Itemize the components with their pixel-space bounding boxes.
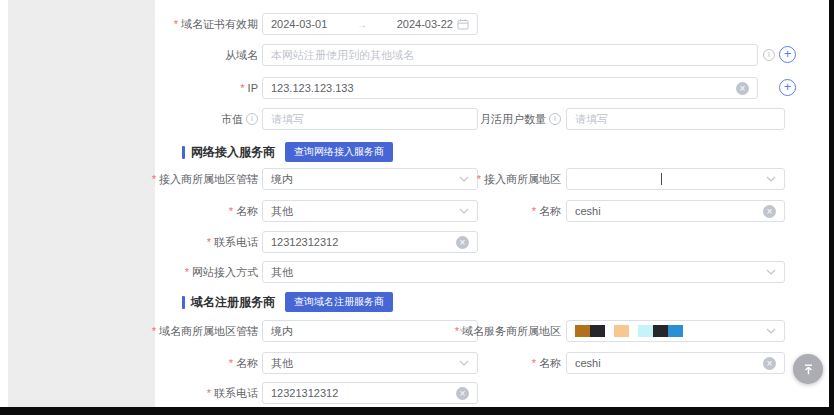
clear-icon[interactable]: × [456, 387, 469, 400]
from-domain-info-icon: i [763, 49, 775, 61]
access-phone-input[interactable]: 12312312312 × [262, 231, 478, 253]
query-registrar-button[interactable]: 查询域名注册服务商 [285, 292, 393, 312]
text-caret [661, 173, 662, 185]
from-domain-input[interactable]: 本网站注册使用到的其他域名 [262, 44, 758, 66]
required-marker: * [152, 173, 156, 185]
start-date-value: 2024-03-01 [271, 18, 327, 30]
cert-validity-label: * 域名证书有效期 [98, 13, 258, 35]
add-ip-button[interactable]: + [779, 79, 796, 96]
cert-validity-date-range[interactable]: 2024-03-01 → 2024-03-22 [262, 13, 478, 35]
registrar-section: 域名注册服务商 查询域名注册服务商 [182, 293, 393, 311]
access-name-input[interactable]: ceshi × [566, 200, 785, 222]
registrar-name-type-label: * 名称 [98, 352, 258, 374]
access-phone-value: 12312312312 [271, 236, 452, 248]
access-region-scope-label: * 接入商所属地区管辖 [98, 168, 258, 190]
monthly-users-placeholder: 请填写 [575, 112, 776, 127]
access-name-label: * 名称 [401, 200, 561, 222]
required-marker: * [240, 82, 244, 94]
access-region-label: * 接入商所属地区 [401, 168, 561, 190]
clear-icon[interactable]: × [763, 205, 776, 218]
monthly-users-info-icon: i [549, 113, 561, 125]
chevron-down-icon [766, 269, 776, 275]
clear-icon[interactable]: × [736, 82, 749, 95]
section-bar [182, 296, 185, 309]
access-name-type-label: * 名称 [98, 200, 258, 222]
required-marker: * [229, 357, 233, 369]
market-value-info-icon: i [246, 113, 258, 125]
required-marker: * [532, 205, 536, 217]
required-marker: * [174, 18, 178, 30]
required-marker: * [207, 236, 211, 248]
access-name-value: ceshi [575, 205, 759, 217]
required-marker: * [455, 325, 459, 337]
access-region-select[interactable] [566, 168, 785, 190]
back-to-top-button[interactable] [793, 354, 823, 384]
ip-input[interactable]: 123.123.123.133 × [262, 77, 758, 99]
chevron-down-icon [766, 328, 776, 334]
access-method-label: * 网站接入方式 [98, 261, 258, 283]
registrar-name-value: ceshi [575, 357, 759, 369]
registrar-phone-label: * 联系电话 [98, 382, 258, 404]
ip-label: * IP [98, 77, 258, 99]
clear-icon[interactable]: × [763, 357, 776, 370]
required-marker: * [152, 325, 156, 337]
ip-value: 123.123.123.133 [271, 82, 732, 94]
required-marker: * [185, 266, 189, 278]
section-bar [182, 146, 185, 159]
registrar-phone-input[interactable]: 12321312312 × [262, 382, 478, 404]
access-phone-label: * 联系电话 [98, 231, 258, 253]
network-provider-section-title: 网络接入服务商 [191, 144, 275, 161]
registrar-name-label: * 名称 [401, 352, 561, 374]
end-date-value: 2024-03-22 [397, 18, 453, 30]
required-marker: * [207, 387, 211, 399]
from-domain-placeholder: 本网站注册使用到的其他域名 [271, 48, 749, 63]
registrar-name-input[interactable]: ceshi × [566, 352, 785, 374]
form-page: * 域名证书有效期 2024-03-01 → 2024-03-22 从域名 本网… [0, 0, 829, 407]
registrar-region-scope-label: * 域名商所属地区管辖 [98, 320, 258, 342]
access-method-select[interactable]: 其他 [262, 261, 785, 283]
registrar-section-title: 域名注册服务商 [191, 294, 275, 311]
date-range-arrow-icon: → [357, 19, 367, 30]
required-marker: * [532, 357, 536, 369]
calendar-icon[interactable] [457, 18, 469, 30]
access-method-value: 其他 [271, 265, 762, 280]
clear-icon[interactable]: × [456, 236, 469, 249]
registrar-region-select[interactable] [566, 320, 785, 342]
registrar-region-label: * 域名服务商所属地区 [401, 320, 561, 342]
required-marker: * [229, 205, 233, 217]
chevron-down-icon [766, 176, 776, 182]
market-value-label: 市值 i [98, 108, 258, 130]
registrar-phone-value: 12321312312 [271, 387, 452, 399]
arrow-up-to-top-icon [802, 363, 815, 376]
add-domain-button[interactable]: + [779, 46, 796, 63]
network-provider-section: 网络接入服务商 查询网络接入服务商 [182, 143, 393, 161]
monthly-users-label: 月活用户数量 i [401, 108, 561, 130]
query-network-provider-button[interactable]: 查询网络接入服务商 [285, 142, 393, 162]
required-marker: * [477, 173, 481, 185]
registrar-region-blocks [575, 325, 762, 337]
monthly-users-input[interactable]: 请填写 [566, 108, 785, 130]
from-domain-label: 从域名 [98, 44, 258, 66]
